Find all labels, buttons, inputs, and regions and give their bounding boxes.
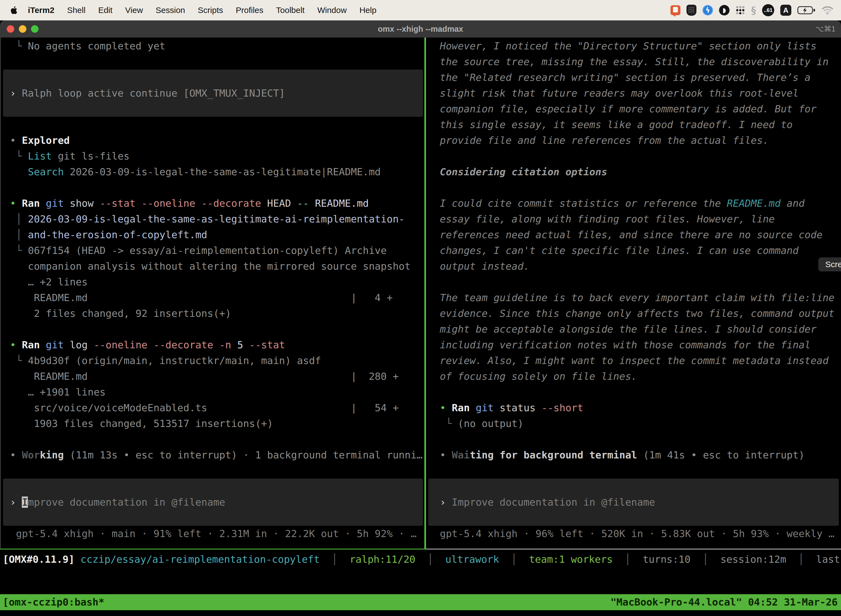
right-terminal-line: › Improve documentation in @filename	[440, 494, 655, 510]
left-terminal-line: … +1901 lines	[10, 384, 105, 400]
right-terminal-line: However, I noticed the "Directory Struct…	[440, 38, 816, 54]
omx-bar-segment: │	[499, 554, 529, 565]
window-title-bar[interactable]: omx --xhigh --madmax ⌥⌘1	[0, 21, 841, 38]
omx-bar-segment: │	[613, 554, 643, 565]
omx-bar-segment: │	[320, 554, 350, 565]
left-terminal-line: … +2 lines	[10, 274, 88, 290]
left-terminal-line: gpt-5.4 xhigh · main · 91% left · 2.31M …	[10, 526, 417, 541]
right-terminal-line: I could cite commit statistics or refere…	[440, 195, 804, 211]
left-pane-bottom-border	[0, 549, 424, 550]
omx-bar-segment: ralph:11/20	[350, 554, 415, 565]
right-terminal-line: output instead.	[440, 258, 529, 274]
right-terminal-line: might be acceptable alongside the file l…	[440, 321, 816, 337]
right-terminal-line: changes, I can't cite specific file line…	[440, 243, 799, 258]
left-terminal-line: companion analysis without altering the …	[10, 258, 410, 274]
menu-item-profiles[interactable]: Profiles	[229, 6, 270, 15]
right-terminal-line: slight risk that future readers may over…	[440, 85, 799, 101]
left-terminal-line: Search 2026-03-09-is-legal-the-same-as-l…	[10, 164, 381, 180]
left-terminal-line: • Ran git log --oneline --decorate -n 5 …	[10, 337, 285, 353]
left-terminal-line: README.md | 280 +	[10, 368, 399, 384]
right-terminal-line: references need actual files, and since …	[440, 227, 822, 243]
left-terminal-line: │ 2026-03-09-is-legal-the-same-as-legiti…	[10, 211, 404, 227]
wifi-icon[interactable]	[822, 6, 833, 15]
left-terminal-line: › Ralph loop active continue [OMX_TMUX_I…	[10, 85, 285, 101]
right-terminal-line: essay file, along with finding root file…	[440, 211, 775, 227]
menu-item-help[interactable]: Help	[353, 6, 383, 15]
terminal-pane-right[interactable]: However, I noticed the "Directory Struct…	[426, 38, 841, 549]
screen-share-icon[interactable]	[671, 5, 680, 15]
menu-item-view[interactable]: View	[119, 6, 149, 15]
omx-bar-segment	[75, 554, 81, 565]
omx-bar-segment: ultrawork	[445, 554, 499, 565]
left-terminal-line: README.md | 4 +	[10, 290, 393, 305]
tmux-host-clock: "MacBook-Pro-44.local" 04:52 31-Mar-26	[610, 594, 841, 610]
omx-bar-segment: │	[786, 554, 816, 565]
left-terminal-line: 2 files changed, 92 insertions(+)	[10, 305, 231, 321]
left-terminal-line: • Explored	[10, 132, 70, 148]
squiggle-icon[interactable]: §	[751, 5, 756, 16]
left-terminal-line: src/voice/voiceModeEnabled.ts | 54 +	[10, 400, 399, 416]
left-terminal-line: └ List git ls-files	[10, 148, 130, 164]
menu-item-edit[interactable]: Edit	[92, 6, 119, 15]
right-terminal-line: including verification notes with those …	[440, 337, 811, 353]
left-terminal-line: • Working (11m 13s • esc to interrupt) ·…	[10, 447, 423, 463]
right-terminal-line: └ (no output)	[440, 416, 523, 431]
left-terminal-line: 1903 files changed, 513517 insertions(+)	[10, 416, 273, 431]
menu-item-iterm2[interactable]: iTerm2	[22, 6, 61, 15]
menu-item-shell[interactable]: Shell	[61, 6, 92, 15]
shield-grid-pattern	[689, 7, 694, 13]
menu-item-session[interactable]: Session	[149, 6, 192, 15]
screen-notification-label: Scre	[825, 260, 841, 269]
left-terminal-line: │ and-the-erosion-of-copyleft.md	[10, 227, 207, 243]
menu-item-window[interactable]: Window	[311, 6, 353, 15]
right-terminal-line: this single essay, it seems like a good …	[440, 117, 793, 132]
omx-bar-segment: [OMX#0.11.9]	[3, 554, 75, 565]
right-terminal-line: • Waiting for background terminal (1m 41…	[440, 447, 804, 463]
terminal-pane-left[interactable]: └ No agents completed yet› Ralph loop ac…	[0, 38, 425, 549]
right-terminal-line: the "Related research writing" section i…	[440, 70, 811, 85]
omx-bar-segment: turns:10	[643, 554, 690, 565]
input-source-icon[interactable]: A	[780, 5, 791, 16]
dark-circle-icon[interactable]: ◗	[719, 5, 730, 15]
bolt-hexagon-icon[interactable]: ϟ	[702, 5, 713, 15]
screen-share-icon-inner	[673, 7, 678, 12]
right-terminal-line: gpt-5.4 xhigh · 96% left · 520K in · 5.8…	[440, 526, 834, 541]
right-terminal-line: Considering citation options	[440, 164, 607, 180]
left-terminal-line: • Ran git show --stat --oneline --decora…	[10, 195, 369, 211]
omx-status-bar: [OMX#0.11.9] cczip/essay/ai-reimplementa…	[3, 551, 839, 567]
omx-bar-segment: │	[416, 554, 445, 565]
tmux-status-bar: [omx-cczip0:bash* "MacBook-Pro-44.local"…	[0, 594, 841, 610]
menu-item-scripts[interactable]: Scripts	[192, 6, 230, 15]
omx-bar-segment: session:12m	[721, 554, 786, 565]
apple-menu-icon[interactable]	[10, 6, 18, 14]
right-terminal-line: review. Also, I might want to inspect th…	[440, 353, 829, 368]
dots-grid-icon[interactable]	[736, 6, 745, 15]
right-terminal-line: provide file and line references from th…	[440, 132, 769, 148]
right-pane-bottom-border	[426, 549, 841, 550]
left-terminal-line: └ 067f154 (HEAD -> essay/ai-reimplementa…	[10, 243, 387, 258]
omx-bar-segment: team:1 workers	[529, 554, 612, 565]
menu-bar-left: iTerm2 Shell Edit View Session Scripts P…	[0, 6, 383, 15]
menu-bar-status-icons: ϟ ◗ § ..61 A	[671, 4, 841, 16]
right-terminal-line: • Ran git status --short	[440, 400, 583, 416]
window-title: omx --xhigh --madmax	[0, 25, 841, 34]
left-terminal-line: └ No agents completed yet	[10, 38, 166, 54]
omx-bar-segment: │	[691, 554, 721, 565]
screen-share-icon-tail	[672, 14, 676, 17]
battery-icon[interactable]	[797, 6, 816, 15]
right-terminal-line: the source tree, missing the essay. Stil…	[440, 54, 829, 70]
screen-notification-overlay[interactable]: Scre	[818, 258, 841, 271]
right-terminal-line: of focusing solely on file lines.	[440, 368, 637, 384]
menu-bar: iTerm2 Shell Edit View Session Scripts P…	[0, 0, 841, 21]
tmux-session-label[interactable]: [omx-cczip0:bash*	[0, 594, 104, 610]
right-terminal-line: The team guideline is to back every impo…	[440, 290, 834, 305]
left-terminal-line: › Improve documentation in @filename	[10, 494, 225, 510]
right-terminal-line: companion file, especially if more comme…	[440, 101, 816, 117]
right-terminal-line: evidence. Since this change only affects…	[440, 305, 834, 321]
shield-grid-icon[interactable]	[687, 5, 696, 16]
left-terminal-line: └ 4b9d30f (origin/main, instructkr/main,…	[10, 353, 321, 368]
menu-item-toolbelt[interactable]: Toolbelt	[270, 6, 311, 15]
omx-bar-segment: cczip/essay/ai-reimplementation-copyleft	[81, 554, 320, 565]
omx-bar-segment: last:5m ago	[816, 554, 841, 565]
badge-61-icon[interactable]: ..61	[762, 4, 774, 16]
